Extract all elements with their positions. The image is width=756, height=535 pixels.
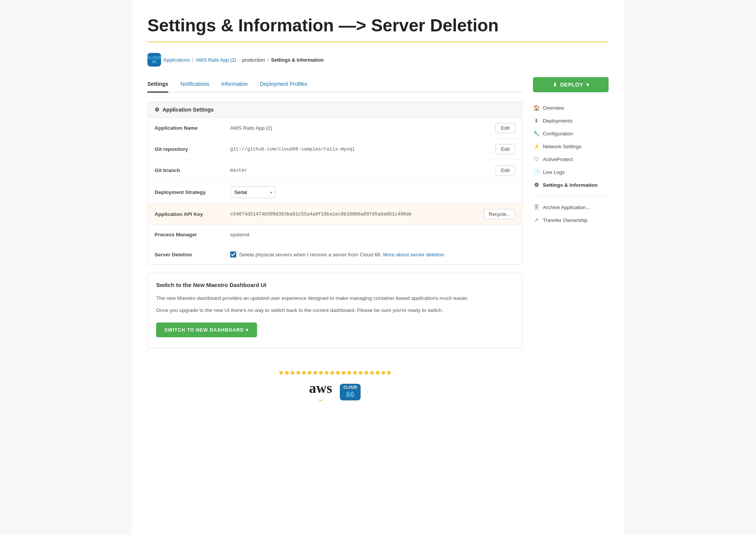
git-branch-edit-button[interactable]: Edit: [496, 165, 515, 175]
footer-dot: [347, 371, 351, 375]
sidebar-network-settings-label: Network Settings: [543, 144, 581, 149]
cloud66-number: 66: [344, 390, 357, 399]
footer-dot: [313, 371, 317, 375]
sidebar-item-archive[interactable]: 🗄 Archive Application...: [533, 201, 609, 214]
sidebar-item-deployments[interactable]: ⬇ Deployments: [533, 114, 609, 127]
server-deletion-label: Server Deletion: [155, 252, 230, 257]
git-branch-label: Git branch: [155, 167, 230, 173]
breadcrumb-app-link[interactable]: AWS Rails App (2): [196, 57, 236, 63]
page-title: Settings & Information —> Server Deletio…: [147, 15, 609, 36]
title-divider: [147, 42, 609, 42]
sidebar-item-settings-information[interactable]: ⚙ Settings & Information: [533, 178, 609, 191]
cloud66-footer-badge: CLOUD 66: [340, 384, 361, 400]
app-name-label: Application Name: [155, 125, 230, 131]
dashboard-switch-title: Switch to the New Maestro Dashboard UI: [156, 282, 514, 288]
sidebar-settings-information-label: Settings & Information: [543, 182, 598, 188]
server-deletion-value: Delete physical servers when I remove a …: [230, 251, 515, 257]
api-key-row: Application API Key c54074d51474b509d383…: [148, 204, 522, 225]
api-key-value: c54074d51474b509d383ba61c55a4a9f16ba1ec0…: [230, 212, 484, 217]
wrench-icon: 🔧: [533, 130, 540, 137]
app-name-edit-button[interactable]: Edit: [496, 123, 515, 133]
deployment-strategy-row: Deployment Strategy Serial Parallel ▾: [148, 181, 522, 204]
breadcrumb: CLOUD66 Applications / AWS Rails App (2)…: [147, 53, 609, 67]
sidebar-divider: [533, 196, 609, 196]
breadcrumb-sep2: ·: [239, 57, 240, 63]
git-branch-action: Edit: [496, 165, 515, 175]
server-deletion-checkbox[interactable]: [230, 251, 236, 257]
tab-notifications[interactable]: Notifications: [180, 77, 209, 93]
sidebar-overview-label: Overview: [543, 105, 564, 111]
deploy-button[interactable]: ⬇ DEPLOY ▾: [533, 77, 609, 92]
footer-dot: [285, 371, 289, 375]
footer-dot: [336, 371, 340, 375]
deploy-chevron-icon: ▾: [586, 82, 589, 88]
sidebar-transfer-ownership-label: Transfer Ownership: [543, 217, 587, 223]
sidebar-nav-secondary: 🗄 Archive Application... ↗ Transfer Owne…: [533, 201, 609, 226]
sidebar-item-live-logs[interactable]: 📄 Live Logs: [533, 166, 609, 178]
footer-dot: [370, 371, 374, 375]
server-deletion-row: Server Deletion Delete physical servers …: [148, 245, 522, 264]
tabs-bar: Settings Notifications Information Deplo…: [147, 77, 522, 93]
process-manager-value: systemd: [230, 232, 515, 237]
strategy-select-wrapper: Serial Parallel ▾: [230, 186, 276, 198]
footer-dot: [353, 371, 357, 375]
git-repo-value: git://github.com/cloud66-samples/rails-m…: [230, 147, 496, 152]
git-branch-value: master: [230, 168, 496, 173]
deployment-strategy-label: Deployment Strategy: [155, 189, 230, 195]
sidebar-item-network-settings[interactable]: ⚡ Network Settings: [533, 140, 609, 153]
gear-icon: ⚙: [155, 107, 160, 113]
footer-dot: [342, 371, 345, 375]
sidebar-item-transfer-ownership[interactable]: ↗ Transfer Ownership: [533, 214, 609, 226]
shield-icon: 🛡: [533, 156, 540, 163]
switch-to-new-dashboard-button[interactable]: SWITCH TO NEW DASHBOARD ▾: [156, 323, 257, 337]
content-area: Settings Notifications Information Deplo…: [147, 77, 522, 403]
aws-smile-icon: ⌣: [309, 396, 332, 403]
home-icon: 🏠: [533, 104, 540, 111]
sidebar-item-configuration[interactable]: 🔧 Configuration: [533, 127, 609, 140]
tab-settings[interactable]: Settings: [147, 77, 168, 93]
server-deletion-link[interactable]: More about server deletion.: [383, 252, 445, 257]
footer-dot: [381, 371, 385, 375]
footer-dot: [319, 371, 323, 375]
footer-dot: [359, 371, 363, 375]
git-repo-action: Edit: [496, 144, 515, 154]
git-repo-row: Git repository git://github.com/cloud66-…: [148, 139, 522, 160]
breadcrumb-environment: production: [242, 57, 265, 63]
app-settings-header: ⚙ Application Settings: [148, 102, 522, 118]
git-branch-row: Git branch master Edit: [148, 160, 522, 181]
tab-information[interactable]: Information: [222, 77, 248, 93]
server-deletion-checkbox-row: Delete physical servers when I remove a …: [230, 251, 515, 257]
footer-dot: [279, 371, 283, 375]
git-repo-edit-button[interactable]: Edit: [496, 144, 515, 154]
api-key-label: Application API Key: [155, 211, 230, 217]
app-settings-card: ⚙ Application Settings Application Name …: [147, 102, 522, 265]
sidebar-archive-label: Archive Application...: [543, 205, 590, 210]
deploy-label: DEPLOY: [560, 82, 583, 88]
footer-dot: [325, 371, 328, 375]
footer-dot: [387, 371, 391, 375]
breadcrumb-sep1: /: [192, 57, 194, 63]
deployment-strategy-select[interactable]: Serial Parallel: [230, 186, 276, 198]
aws-logo-text: aws: [309, 381, 332, 395]
logs-icon: 📄: [533, 169, 540, 175]
network-icon: ⚡: [533, 143, 540, 150]
settings-icon: ⚙: [533, 181, 540, 188]
app-name-action: Edit: [496, 123, 515, 133]
footer-dot: [296, 371, 300, 375]
footer-dot: [308, 371, 311, 375]
api-key-action: Recycle...: [484, 209, 515, 219]
sidebar-item-activeprotect[interactable]: 🛡 ActiveProtect: [533, 153, 609, 166]
app-name-row: Application Name AWS Rails App (2) Edit: [148, 118, 522, 139]
footer-dot: [330, 371, 334, 375]
git-repo-label: Git repository: [155, 146, 230, 152]
footer-dot: [364, 371, 368, 375]
footer-dots: [147, 371, 522, 375]
sidebar-item-overview[interactable]: 🏠 Overview: [533, 101, 609, 114]
dashboard-switch-para1: The new Maestro dashboard provides an up…: [156, 294, 514, 302]
recycle-button[interactable]: Recycle...: [484, 209, 515, 219]
sidebar-activeprotect-label: ActiveProtect: [543, 157, 573, 162]
tab-deployment-profiles[interactable]: Deployment Profiles: [260, 77, 307, 93]
breadcrumb-sep3: /: [267, 57, 269, 63]
aws-logo-container: aws ⌣: [309, 381, 332, 403]
breadcrumb-applications-link[interactable]: Applications: [163, 57, 190, 63]
